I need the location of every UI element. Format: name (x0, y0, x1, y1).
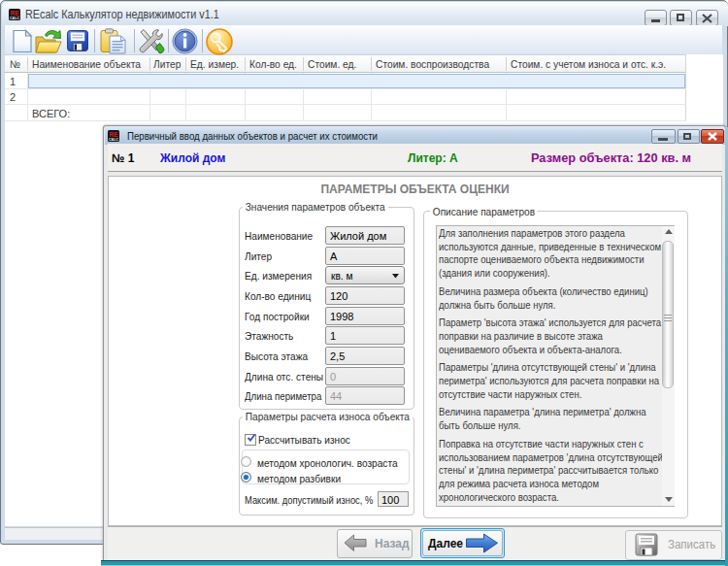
svg-text:RE: RE (109, 131, 118, 138)
svg-text:CALC: CALC (109, 138, 118, 142)
svg-text:RE: RE (10, 10, 19, 17)
svg-text:CALC: CALC (10, 17, 19, 20)
